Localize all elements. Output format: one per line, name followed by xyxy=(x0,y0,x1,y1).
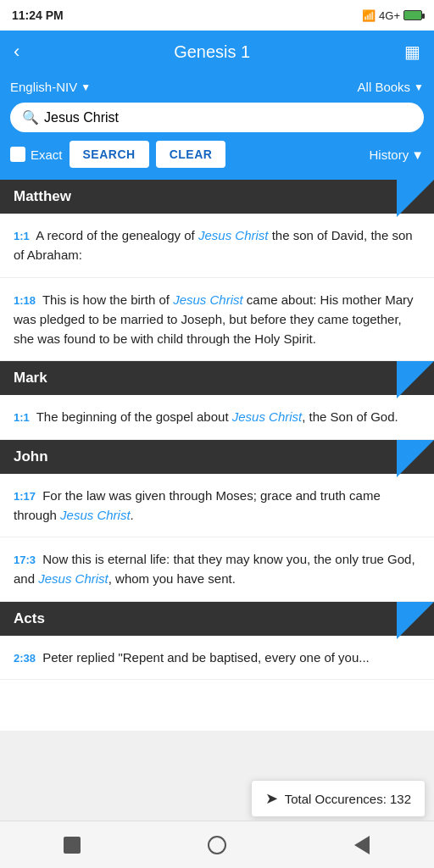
verse-text-before: A record of the genealogy of xyxy=(36,228,198,242)
verse-text-before: This is how the birth of xyxy=(42,292,173,307)
history-dropdown-arrow: ▼ xyxy=(411,147,424,162)
verse: 1:17 For the law was given through Moses… xyxy=(0,474,434,538)
history-label: History xyxy=(369,147,409,162)
search-controls: Exact SEARCH CLEAR History ▼ xyxy=(10,141,424,168)
share-icon[interactable]: ➤ xyxy=(265,789,278,808)
total-occurrences-label: Total Occurences: 132 xyxy=(285,792,411,806)
language-label: English-NIV xyxy=(10,80,77,94)
grid-icon[interactable]: ▦ xyxy=(404,42,420,62)
verse-ref: 1:17 xyxy=(14,490,36,503)
verse: 1:1 The beginning of the gospel about Je… xyxy=(0,395,434,439)
books-selector[interactable]: All Books ▼ xyxy=(358,80,424,94)
nav-bar: ‹ Genesis 1 ▦ xyxy=(0,31,434,73)
verse-text-after: , the Son of God. xyxy=(302,409,398,424)
search-input[interactable] xyxy=(44,110,412,125)
status-bar: 11:24 PM 📶 4G+ xyxy=(0,0,434,31)
verse-highlight: Jesus Christ xyxy=(232,409,303,424)
verse-text-after: , whom you have sent. xyxy=(108,571,236,586)
signal-icon: 📶 xyxy=(362,9,376,22)
search-box: 🔍 xyxy=(10,103,424,132)
section-header: Mark xyxy=(0,361,434,395)
results-area: Matthew1:1 A record of the genealogy of … xyxy=(0,180,434,731)
circle-icon xyxy=(208,836,226,854)
verse: 2:38 Peter replied "Repent and be baptis… xyxy=(0,636,434,680)
books-dropdown-arrow: ▼ xyxy=(414,81,424,93)
verse-highlight: Jesus Christ xyxy=(60,508,131,522)
verse-highlight: Jesus Christ xyxy=(173,292,243,307)
search-button[interactable]: SEARCH xyxy=(70,141,149,168)
verse-highlight: Jesus Christ xyxy=(38,571,108,586)
square-icon xyxy=(64,837,81,854)
exact-check[interactable]: Exact xyxy=(10,147,63,162)
verse-ref: 1:1 xyxy=(14,230,30,242)
status-icons: 📶 4G+ xyxy=(362,9,422,22)
nav-title: Genesis 1 xyxy=(174,42,250,62)
exact-checkbox[interactable] xyxy=(10,147,25,162)
language-selector[interactable]: English-NIV ▼ xyxy=(10,80,91,94)
toolbar: English-NIV ▼ All Books ▼ 🔍 Exact SEARCH… xyxy=(0,73,434,180)
verse-highlight: Jesus Christ xyxy=(198,228,269,242)
back-triangle-icon xyxy=(354,836,370,854)
verse: 17:3 Now this is eternal life: that they… xyxy=(0,537,434,602)
lang-dropdown-arrow: ▼ xyxy=(81,81,91,93)
section-header: Matthew xyxy=(0,180,434,214)
clear-button[interactable]: CLEAR xyxy=(156,141,226,168)
books-label: All Books xyxy=(358,80,411,94)
home-button[interactable] xyxy=(51,824,93,866)
exact-label: Exact xyxy=(31,147,63,162)
back-button[interactable] xyxy=(341,824,383,866)
network-type: 4G+ xyxy=(379,9,400,22)
verse-text-before: Peter replied "Repent and be baptised, e… xyxy=(42,650,370,665)
search-icon: 🔍 xyxy=(22,109,39,125)
battery-icon xyxy=(403,10,422,20)
verse-ref: 17:3 xyxy=(14,554,36,566)
verse-text-after: . xyxy=(131,508,134,522)
bottom-nav xyxy=(0,821,434,868)
history-button[interactable]: History ▼ xyxy=(369,147,424,162)
section-header: Acts xyxy=(0,602,434,636)
verse-text-before: The beginning of the gospel about xyxy=(36,409,232,424)
verse-ref: 2:38 xyxy=(14,652,36,665)
back-arrow[interactable]: ‹ xyxy=(14,41,19,63)
verse-ref: 1:18 xyxy=(14,294,36,307)
verse: 1:18 This is how the birth of Jesus Chri… xyxy=(0,278,434,362)
section-header: John xyxy=(0,440,434,474)
circle-button[interactable] xyxy=(196,824,238,866)
verse-ref: 1:1 xyxy=(14,411,30,424)
verse: 1:1 A record of the genealogy of Jesus C… xyxy=(0,214,434,278)
toolbar-row1: English-NIV ▼ All Books ▼ xyxy=(10,80,424,94)
total-occurrences-bar: ➤ Total Occurences: 132 xyxy=(251,780,426,817)
status-time: 11:24 PM xyxy=(12,8,64,22)
